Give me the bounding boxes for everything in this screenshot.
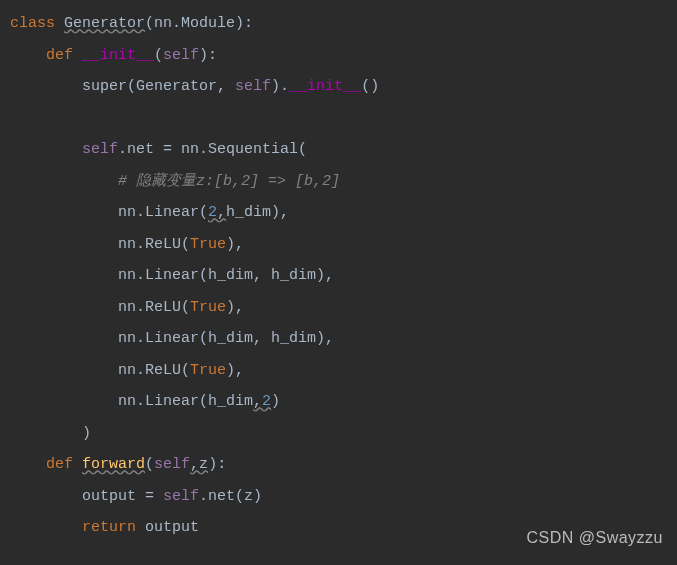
code-line-1: class Generator(nn.Module): [0,8,677,40]
method-init: __init__ [82,47,154,64]
code-line-8: nn.ReLU(True), [0,229,677,261]
code-line-16: output = self.net(z) [0,481,677,513]
super-init: __init__ [289,78,361,95]
code-line-15: def forward(self,z): [0,449,677,481]
param-self: self [163,47,199,64]
code-line-4 [0,103,677,135]
code-line-3: super(Generator, self).__init__() [0,71,677,103]
code-line-12: nn.ReLU(True), [0,355,677,387]
super-call: super [82,78,127,95]
base-class: nn.Module [154,15,235,32]
code-line-14: ) [0,418,677,450]
keyword-class: class [10,15,55,32]
comment: # 隐藏变量z:[b,2] => [b,2] [118,173,340,190]
keyword-def: def [46,47,73,64]
method-forward: forward [82,456,145,473]
literal-true: True [190,236,226,253]
param-z: z [199,456,208,473]
code-line-10: nn.ReLU(True), [0,292,677,324]
code-line-11: nn.Linear(h_dim, h_dim), [0,323,677,355]
watermark-text: CSDN @Swayzzu [526,521,663,555]
code-block: class Generator(nn.Module): def __init__… [0,8,677,544]
code-line-6: # 隐藏变量z:[b,2] => [b,2] [0,166,677,198]
code-line-9: nn.Linear(h_dim, h_dim), [0,260,677,292]
code-line-13: nn.Linear(h_dim,2) [0,386,677,418]
code-line-5: self.net = nn.Sequential( [0,134,677,166]
class-name: Generator [64,15,145,32]
code-line-7: nn.Linear(2,h_dim), [0,197,677,229]
literal-2: 2 [208,204,217,221]
keyword-return: return [82,519,136,536]
code-line-2: def __init__(self): [0,40,677,72]
